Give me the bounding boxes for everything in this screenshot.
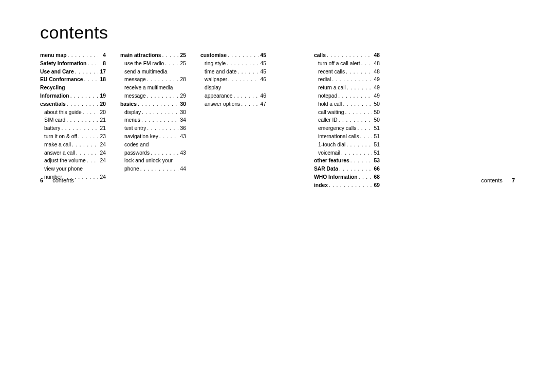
toc-entry-label: passwords xyxy=(124,149,150,157)
toc-leader-dots: . . . . . . . . . . . . . . . . . . . . … xyxy=(139,165,178,173)
toc-entry-label: receive a multimedia xyxy=(124,84,173,92)
toc-sub-entry: adjust the volume . . . . . . . . . . . … xyxy=(40,157,106,165)
toc-entry-label: display xyxy=(124,108,141,117)
toc-leader-dots: . . . . . . . . . . . . . . . . . . . . … xyxy=(146,124,178,133)
toc-sub-entry: battery . . . . . . . . . . . . . . . . … xyxy=(40,124,106,133)
toc-entry-page: 49 xyxy=(372,92,380,100)
toc-entry-label: SAR Data xyxy=(314,165,338,173)
toc-sub-entry: answer options . . . . . . . . . . . . .… xyxy=(200,100,266,108)
toc-col-1: menu map . . . . . . . . . . . . . . . .… xyxy=(40,51,106,190)
toc-entry-label: ring style xyxy=(205,60,226,68)
toc-sub-entry: emergency calls . . . . . . . . . . . . … xyxy=(314,124,380,133)
toc-heading-entry: Use and Care . . . . . . . . . . . . . .… xyxy=(40,68,106,76)
toc-heading-entry: index . . . . . . . . . . . . . . . . . … xyxy=(314,181,380,190)
toc-entry-label: battery xyxy=(44,124,60,133)
toc-entry-page: 43 xyxy=(178,133,186,141)
toc-entry-label: international calls xyxy=(318,133,359,141)
toc-entry-label: return a call xyxy=(318,84,346,92)
toc-heading-entry: menu map . . . . . . . . . . . . . . . .… xyxy=(40,51,106,60)
toc-entry-label: calls xyxy=(314,51,326,60)
toc-leader-dots: . . . . . . . . . . . . . . . . . . . . … xyxy=(65,116,98,124)
toc-entry-label: voicemail xyxy=(318,149,340,157)
toc-entry-label: notepad xyxy=(318,92,337,100)
toc-entry-page: 66 xyxy=(372,165,380,173)
toc-leader-dots: . . . . . . . . . . . . . . . . . . . . … xyxy=(345,68,372,76)
toc-sub-entry: call waiting . . . . . . . . . . . . . .… xyxy=(314,108,380,117)
toc-entry-page: 45 xyxy=(258,51,266,60)
toc-leader-dots: . . . . . . . . . . . . . . . . . . . . … xyxy=(150,149,178,157)
toc-entry-page: 24 xyxy=(98,157,106,165)
toc-entry-label: phone xyxy=(124,165,139,173)
toc-leader-dots: . . . . . . . . . . . . . . . . . . . . … xyxy=(82,108,98,117)
toc-entry-label: adjust the volume xyxy=(44,157,86,165)
toc-sub-entry: wallpaper . . . . . . . . . . . . . . . … xyxy=(200,76,266,84)
toc-entry-page: 30 xyxy=(178,100,186,108)
toc-sub-entry: caller ID . . . . . . . . . . . . . . . … xyxy=(314,116,380,124)
toc-entry-page: 48 xyxy=(372,51,380,60)
toc-entry-label: turn off a call alert xyxy=(318,60,360,68)
toc-entry-label: 1-touch dial xyxy=(318,141,345,149)
toc-leader-dots: . . . . . . . . . . . . . . . . . . . . … xyxy=(83,76,98,84)
toc-heading-entry: calls . . . . . . . . . . . . . . . . . … xyxy=(314,51,380,60)
toc-col-4: calls . . . . . . . . . . . . . . . . . … xyxy=(314,51,380,190)
toc-entry-label: menu map xyxy=(40,51,67,60)
toc-entry-label: text entry xyxy=(124,124,146,133)
toc-heading-entry: WHO Information . . . . . . . . . . . . … xyxy=(314,173,380,181)
toc-leader-dots: . . . . . . . . . . . . . . . . . . . . … xyxy=(349,157,372,165)
toc-leader-dots: . . . . . . . . . . . . . . . . . . . . … xyxy=(236,68,258,76)
toc-leader-dots: . . . . . . . . . . . . . . . . . . . . … xyxy=(69,92,98,100)
toc-entry-label: WHO Information xyxy=(314,173,358,181)
toc-heading-entry: other features . . . . . . . . . . . . .… xyxy=(314,157,380,165)
toc-sub-entry: turn off a call alert . . . . . . . . . … xyxy=(314,60,380,68)
toc-heading-entry: Information . . . . . . . . . . . . . . … xyxy=(40,92,106,100)
toc-leader-dots: . . . . . . . . . . . . . . . . . . . . … xyxy=(328,181,372,190)
toc-leader-dots: . . . . . . . . . . . . . . . . . . . . … xyxy=(331,76,372,84)
toc-entry-page: 21 xyxy=(98,116,106,124)
toc-sub-entry: phone . . . . . . . . . . . . . . . . . … xyxy=(120,165,186,173)
toc-sub-entry: ring style . . . . . . . . . . . . . . .… xyxy=(200,60,266,68)
toc-entry-label: Safety Information xyxy=(40,60,86,68)
toc-entry-page: 18 xyxy=(98,76,106,84)
toc-sub-entry: text entry . . . . . . . . . . . . . . .… xyxy=(120,124,186,133)
toc-leader-dots: . . . . . . . . . . . . . . . . . . . . … xyxy=(359,133,372,141)
toc-entry-page: 23 xyxy=(98,133,106,141)
toc-entry-label: recent calls xyxy=(318,68,345,76)
page-number-right: 7 xyxy=(512,177,515,183)
toc-entry-label: appearance xyxy=(205,92,232,100)
toc-entry-label: redial xyxy=(318,76,331,84)
toc-leader-dots: . . . . . . . . . . . . . . . . . . . . … xyxy=(74,68,98,76)
toc-leader-dots: . . . . . . . . . . . . . . . . . . . . … xyxy=(240,100,258,108)
toc-sub-entry: codes and xyxy=(120,141,186,149)
toc-entry-label: SIM card xyxy=(44,116,65,124)
toc-entry-page: 53 xyxy=(372,157,380,165)
toc-entry-page: 43 xyxy=(178,149,186,157)
toc-entry-page: 24 xyxy=(98,173,106,181)
toc-entry-page: 25 xyxy=(178,51,186,60)
toc-entry-page: 29 xyxy=(178,92,186,100)
toc-entry-page: 69 xyxy=(372,181,380,190)
toc-leader-dots: . . . . . . . . . . . . . . . . . . . . … xyxy=(75,149,98,157)
toc-entry-label: Information xyxy=(40,92,69,100)
toc-entry-label: menus xyxy=(124,116,140,124)
toc-sub-entry: use the FM radio . . . . . . . . . . . .… xyxy=(120,60,186,68)
toc-sub-entry: answer a call . . . . . . . . . . . . . … xyxy=(40,149,106,157)
toc-leader-dots: . . . . . . . . . . . . . . . . . . . . … xyxy=(358,173,372,181)
document-page: { "heading": "contents", "footer": { "le… xyxy=(0,0,555,392)
toc-sub-entry: notepad . . . . . . . . . . . . . . . . … xyxy=(314,92,380,100)
toc-sub-entry: navigation key . . . . . . . . . . . . .… xyxy=(120,133,186,141)
toc-leader-dots: . . . . . . . . . . . . . . . . . . . . … xyxy=(164,60,178,68)
toc-heading-entry: customise . . . . . . . . . . . . . . . … xyxy=(200,51,266,60)
toc-leader-dots: . . . . . . . . . . . . . . . . . . . . … xyxy=(146,92,178,100)
toc-entry-label: codes and xyxy=(124,141,149,149)
toc-entry-label: navigation key xyxy=(124,133,158,141)
toc-leader-dots: . . . . . . . . . . . . . . . . . . . . … xyxy=(344,108,372,117)
toc-entry-label: time and date xyxy=(205,68,236,76)
toc-leader-dots: . . . . . . . . . . . . . . . . . . . . … xyxy=(227,76,258,84)
toc-entry-page: 45 xyxy=(258,60,266,68)
toc-leader-dots: . . . . . . . . . . . . . . . . . . . . … xyxy=(342,100,372,108)
page-title: contents xyxy=(40,23,108,43)
toc-entry-page: 19 xyxy=(98,92,106,100)
toc-entry-label: answer options xyxy=(205,100,240,108)
toc-leader-dots: . . . . . . . . . . . . . . . . . . . . … xyxy=(67,51,99,60)
toc-entry-label: Recycling xyxy=(40,84,65,92)
